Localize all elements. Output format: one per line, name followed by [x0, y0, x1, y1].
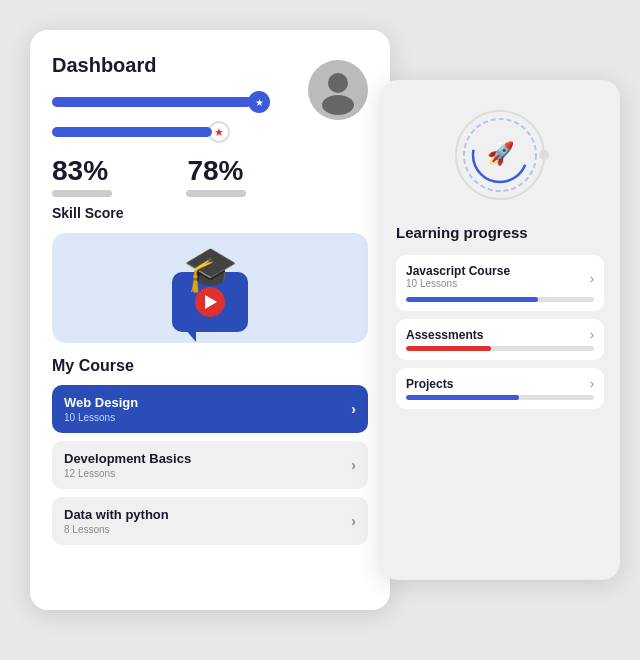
course-banner: 🎓	[52, 233, 368, 343]
prog-chevron-2: ›	[590, 377, 594, 391]
course-item-text-0: Web Design 10 Lessons	[64, 395, 138, 423]
prog-bar-fill-0	[406, 297, 538, 302]
prog-chevron-0: ›	[590, 272, 594, 286]
course-item-lessons-0: 10 Lessons	[64, 412, 138, 423]
main-card: Dashboard ★ ★	[30, 30, 390, 610]
prog-item-0[interactable]: Javascript Course 10 Lessons ›	[396, 255, 604, 311]
dashboard-title: Dashboard	[52, 54, 270, 77]
left-percent: 83%	[52, 157, 161, 185]
skill-score-label: Skill Score	[52, 205, 270, 221]
my-course-title: My Course	[52, 357, 368, 375]
avatar-area	[308, 54, 368, 126]
course-item-2[interactable]: Data with python 8 Lessons ›	[52, 497, 368, 545]
avatar-svg	[313, 65, 363, 115]
prog-bar-track-1	[406, 346, 594, 351]
progress-card: 🚀 Learning progress Javascript Course 10…	[380, 80, 620, 580]
svg-text:🚀: 🚀	[487, 140, 515, 167]
bar-track-2	[52, 127, 212, 137]
bar-row-2: ★	[52, 121, 270, 143]
left-label-bar	[52, 190, 112, 197]
course-item-text-1: Development Basics 12 Lessons	[64, 451, 191, 479]
prog-item-title-2: Projects	[406, 377, 453, 391]
svg-point-0	[328, 73, 348, 93]
prog-item-header-0: Javascript Course 10 Lessons ›	[406, 264, 594, 293]
chevron-icon-2: ›	[351, 513, 356, 529]
course-item-0[interactable]: Web Design 10 Lessons ›	[52, 385, 368, 433]
prog-bar-fill-2	[406, 395, 519, 400]
star-icon-2: ★	[214, 126, 224, 139]
bar-row-1: ★	[52, 91, 270, 113]
play-triangle-icon	[205, 295, 217, 309]
course-item-text-2: Data with python 8 Lessons	[64, 507, 169, 535]
bar-track-1	[52, 97, 252, 107]
prog-item-title-1: Assessments	[406, 328, 483, 342]
course-item-1[interactable]: Development Basics 12 Lessons ›	[52, 441, 368, 489]
svg-point-1	[322, 95, 354, 115]
course-item-name-1: Development Basics	[64, 451, 191, 466]
stats-row: 83% 78%	[52, 157, 270, 197]
course-item-name-0: Web Design	[64, 395, 138, 410]
circular-progress-area: 🚀	[396, 100, 604, 210]
progress-card-title: Learning progress	[396, 224, 604, 241]
course-item-lessons-1: 12 Lessons	[64, 468, 191, 479]
course-item-name-2: Data with python	[64, 507, 169, 522]
prog-item-title-0: Javascript Course 10 Lessons	[406, 264, 510, 293]
prog-bar-fill-1	[406, 346, 491, 351]
course-item-lessons-2: 8 Lessons	[64, 524, 169, 535]
progress-bars: ★ ★	[52, 91, 270, 143]
prog-chevron-1: ›	[590, 328, 594, 342]
prog-item-1[interactable]: Assessments ›	[396, 319, 604, 360]
right-label-bar	[186, 190, 246, 197]
grad-cap-icon: 🎓	[183, 243, 238, 295]
chevron-icon-0: ›	[351, 401, 356, 417]
avatar	[308, 60, 368, 120]
chevron-icon-1: ›	[351, 457, 356, 473]
stat-left: 83%	[52, 157, 161, 197]
right-percent: 78%	[161, 157, 270, 185]
svg-point-5	[539, 150, 549, 160]
scene: Dashboard ★ ★	[20, 20, 620, 640]
circular-progress-svg: 🚀	[450, 105, 550, 205]
star-icon-1: ★	[255, 97, 264, 108]
prog-item-header-1: Assessments ›	[406, 328, 594, 342]
prog-item-header-2: Projects ›	[406, 377, 594, 391]
prog-bar-track-2	[406, 395, 594, 400]
prog-bar-track-0	[406, 297, 594, 302]
stat-right: 78%	[161, 157, 270, 197]
prog-item-2[interactable]: Projects ›	[396, 368, 604, 409]
